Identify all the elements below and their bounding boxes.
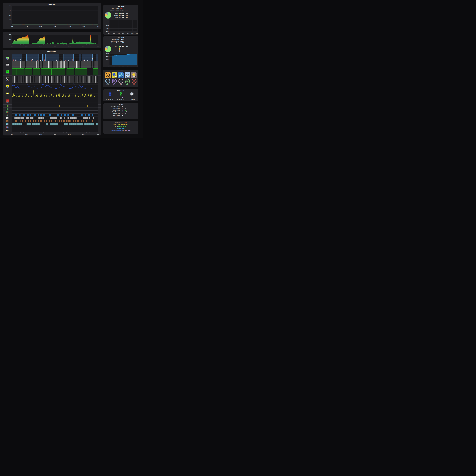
- stat-row: Honey Earned0 ▼: [104, 8, 137, 9]
- honey-sec-panel: HONEY/SEC 1.000750500250012:0012:1012:20…: [3, 3, 101, 29]
- y-axis-labels: 100%50%0%: [5, 34, 11, 44]
- legend-chip: [119, 13, 120, 14]
- buff-row-left: x9.521x0.262x0.217x0-10: [3, 54, 12, 61]
- gauge-com: 100%COM: [105, 79, 110, 85]
- stats-title: STATS: [103, 103, 138, 105]
- session-title: SESSION: [103, 36, 138, 38]
- bomb-icon: [6, 78, 9, 80]
- stat-value: 0 ▼: [120, 8, 134, 9]
- stat-label: Current Honey: [104, 39, 119, 40]
- x-tick-label: 13:00: [95, 134, 101, 135]
- buff-row-plot: [12, 123, 98, 126]
- x-tick-label: 12:40: [66, 46, 72, 47]
- star-badge-icon: [6, 114, 8, 116]
- gauge-ring: 89%(+5%): [132, 79, 136, 84]
- planter-timer: 1h 37m 28s: [116, 99, 126, 100]
- footer-text: Windows 11 Pro: [117, 128, 125, 129]
- legend-row: Gather07:13:2669%: [113, 46, 128, 48]
- y-tick-label: 500: [9, 15, 11, 16]
- buff-row-plot: [12, 111, 98, 114]
- buff-row-star: x0.271x0-5: [3, 90, 101, 97]
- footer-text: Natro v1.0.1: [124, 130, 131, 131]
- x-axis-labels: 12:0012:1012:2012:3012:4012:5013:00: [109, 33, 137, 34]
- buff-row-left: x8.614x0-10: [3, 68, 12, 75]
- gauge-sat: 97%SAT: [118, 79, 124, 85]
- gauge-center: 74%(+15%): [126, 79, 129, 83]
- gauge-center: 100%: [106, 79, 110, 83]
- buff-badge-bubbles: x5.87: [118, 72, 124, 78]
- footer-text: SP: [125, 122, 127, 123]
- buff-row-plot: [12, 114, 98, 117]
- no-change-dash-icon: [125, 115, 126, 115]
- y-axis-labels: 128.0 T128.0 T128.0 T128.0 T128.0 T: [102, 20, 109, 31]
- planter-name: Rose: [116, 97, 126, 99]
- buff-multiplier-label: x8.105: [6, 77, 9, 78]
- discord-link[interactable]: discord.gg/natromacro: [111, 130, 123, 131]
- stats-row: Total Boss Kills0: [105, 106, 137, 107]
- buff-range-label: x0-10: [6, 73, 9, 74]
- legend-pct: 71%: [126, 13, 128, 14]
- y-tick-label: 750: [9, 10, 11, 11]
- stats-delta: [125, 115, 132, 116]
- bear-icon: [6, 120, 8, 122]
- buff-row-left: x0.271x0-5: [3, 90, 12, 97]
- stats-value: 0: [120, 113, 125, 114]
- x-tick-label: 12:30: [52, 26, 58, 27]
- music-icon: ♫: [6, 117, 8, 119]
- y-tick-label: 100%: [8, 34, 11, 35]
- pie-legend: Gather07:13:2669%Convert01:16:4813%Other…: [113, 46, 128, 52]
- droplet-icon: [113, 97, 114, 98]
- backpack-plot: [12, 34, 98, 44]
- wreath-icon: [6, 111, 8, 113]
- stat-row: Session Time10:24:43: [104, 42, 137, 44]
- y-tick-label: 0: [11, 24, 11, 25]
- y-tick-label: 250: [9, 19, 11, 20]
- planter-cactus: Cactus 26m 59s: [127, 92, 137, 100]
- buff-row-bear: [3, 120, 101, 123]
- buff-range-label: x0-5: [6, 95, 8, 96]
- buff-row-left: [3, 123, 12, 126]
- pie-legend: Gather00:42:3471%Convert00:07:4213%Other…: [113, 12, 128, 18]
- gauge-percent: 97%: [120, 81, 122, 82]
- gauge-center: 95%(+2%): [113, 79, 116, 83]
- pie-chart: [105, 12, 111, 18]
- gauge-sub: (+15%): [126, 81, 129, 82]
- buff-row-plot: [12, 104, 98, 107]
- svg-text:S: S: [7, 131, 7, 131]
- legend-label: Other: [113, 51, 118, 51]
- x-tick-label: 13:00: [134, 33, 140, 34]
- pie-section: Gather00:42:3471%Convert00:07:4213%Other…: [105, 12, 137, 19]
- svg-text:N: N: [7, 130, 7, 130]
- x-tick-label: 12:10: [23, 46, 29, 47]
- planter-name: Cactus: [127, 97, 137, 99]
- pie-chart: [105, 46, 111, 52]
- gauge-percent: 95%: [113, 80, 115, 81]
- footer-text: OCR:: [115, 126, 118, 127]
- honey-sec-plot: [12, 6, 98, 25]
- legend-row: Other01:54:2918%: [113, 50, 128, 52]
- stats-row: Disconnects1: [105, 115, 137, 116]
- buff-row-star-badge: [3, 114, 101, 117]
- stat-row: Current Honey128.0 T: [104, 39, 137, 40]
- cactus-planter-icon: [130, 92, 134, 97]
- stats-panel: STATS Total Boss Kills0Total Vic Kills0T…: [103, 103, 138, 119]
- buff-row-plot: [12, 68, 98, 75]
- last-hour-panel: LAST HOUR Honey Earned0 ▼Hourly Average1…: [103, 5, 138, 35]
- y-tick-label: 128.0 T: [106, 31, 109, 32]
- buff-multiplier-label: x0.000: [6, 99, 9, 100]
- legend-time: 01:54:29: [120, 51, 126, 51]
- festive-icon: [6, 100, 9, 102]
- stats-row: Total Planters19▲2: [105, 111, 137, 113]
- legend-label: Other: [113, 17, 118, 18]
- gauge-percent: 100%: [106, 81, 109, 82]
- x-axis-labels: 12:0012:1012:2012:3012:4012:5013:00: [12, 46, 98, 47]
- x-tick-label: 12:00: [9, 26, 15, 27]
- y-tick-label: 128.0 T: [106, 53, 109, 54]
- gauge-label: COM: [105, 84, 110, 85]
- last-hour-title: LAST HOUR: [103, 5, 138, 7]
- x-tick-label: 13:00: [134, 66, 140, 67]
- x-tick-label: 12:20: [38, 46, 44, 47]
- hex-flag-icon: [6, 105, 8, 107]
- stats-row: Quests Done0: [105, 113, 137, 114]
- compass-icon: NS: [6, 130, 8, 131]
